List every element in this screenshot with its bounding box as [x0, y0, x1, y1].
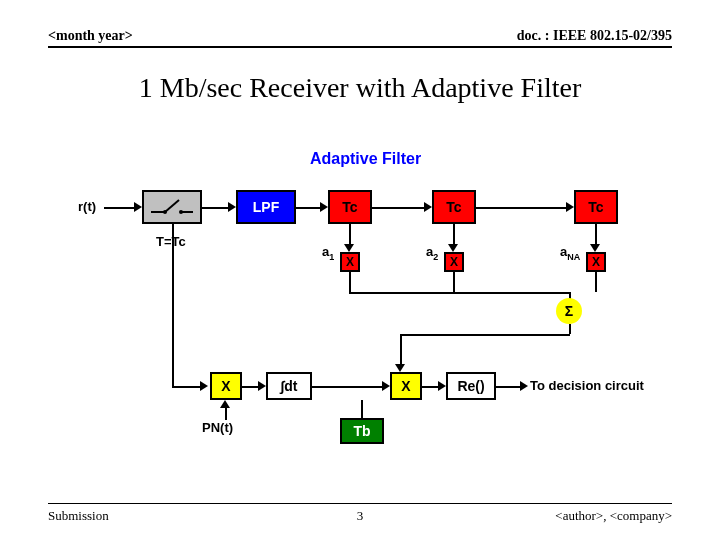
- wire: [496, 386, 522, 388]
- block-diagram: Adaptive Filter r(t) T=Tc LPF Tc Tc Tc: [0, 0, 720, 540]
- delay-tc-n-block: Tc: [574, 190, 618, 224]
- pn-label: PN(t): [202, 420, 233, 435]
- pn-mult-block: X: [210, 372, 242, 400]
- arrow-icon: [344, 244, 354, 252]
- lpf-block: LPF: [236, 190, 296, 224]
- summer-block: Σ: [556, 298, 582, 324]
- input-r-label: r(t): [78, 199, 96, 214]
- svg-point-3: [163, 210, 167, 214]
- arrow-icon: [228, 202, 236, 212]
- arrow-icon: [382, 381, 390, 391]
- arrow-icon: [566, 202, 574, 212]
- wire: [312, 386, 384, 388]
- wire: [172, 386, 202, 388]
- wire: [453, 224, 455, 246]
- wire: [595, 224, 597, 246]
- wire: [349, 292, 569, 294]
- wire: [569, 324, 571, 334]
- arrow-icon: [520, 381, 528, 391]
- period-tc-label: T=Tc: [156, 234, 186, 249]
- arrow-icon: [258, 381, 266, 391]
- tap-mult-1-block: X: [340, 252, 360, 272]
- output-label: To decision circuit: [530, 378, 644, 393]
- arrow-icon: [590, 244, 600, 252]
- wire: [172, 224, 174, 386]
- tb-block: Tb: [340, 418, 384, 444]
- adaptive-filter-label: Adaptive Filter: [310, 150, 421, 168]
- wire: [595, 272, 597, 292]
- wire: [349, 224, 351, 246]
- real-part-block: Re(): [446, 372, 496, 400]
- arrow-icon: [200, 381, 208, 391]
- wire: [104, 207, 136, 209]
- wire: [349, 272, 351, 292]
- footer-right: <author>, <company>: [555, 508, 672, 524]
- integrator-block: ∫dt: [266, 372, 312, 400]
- corr-mult-block: X: [390, 372, 422, 400]
- tap-mult-2-block: X: [444, 252, 464, 272]
- wire: [453, 272, 455, 292]
- tap-mult-n-block: X: [586, 252, 606, 272]
- tap-a1-label: a1: [322, 244, 334, 262]
- wire: [400, 334, 570, 336]
- wire: [400, 334, 402, 368]
- arrow-icon: [134, 202, 142, 212]
- arrow-icon: [220, 400, 230, 408]
- svg-point-4: [179, 210, 183, 214]
- wire: [225, 406, 227, 420]
- tap-a2-label: a2: [426, 244, 438, 262]
- wire: [476, 207, 568, 209]
- wire: [202, 207, 230, 209]
- arrow-icon: [438, 381, 446, 391]
- arrow-icon: [320, 202, 328, 212]
- arrow-icon: [424, 202, 432, 212]
- footer-rule: [48, 503, 672, 504]
- arrow-icon: [448, 244, 458, 252]
- delay-tc-1-block: Tc: [328, 190, 372, 224]
- delay-tc-2-block: Tc: [432, 190, 476, 224]
- wire: [296, 207, 322, 209]
- arrow-icon: [395, 364, 405, 372]
- switch-icon: [149, 194, 195, 220]
- svg-line-1: [165, 200, 179, 212]
- wire: [372, 207, 426, 209]
- tap-an-label: aNA: [560, 244, 580, 262]
- slide-page: <month year> doc. : IEEE 802.15-02/395 1…: [0, 0, 720, 540]
- sampler-block: [142, 190, 202, 224]
- wire: [361, 400, 363, 418]
